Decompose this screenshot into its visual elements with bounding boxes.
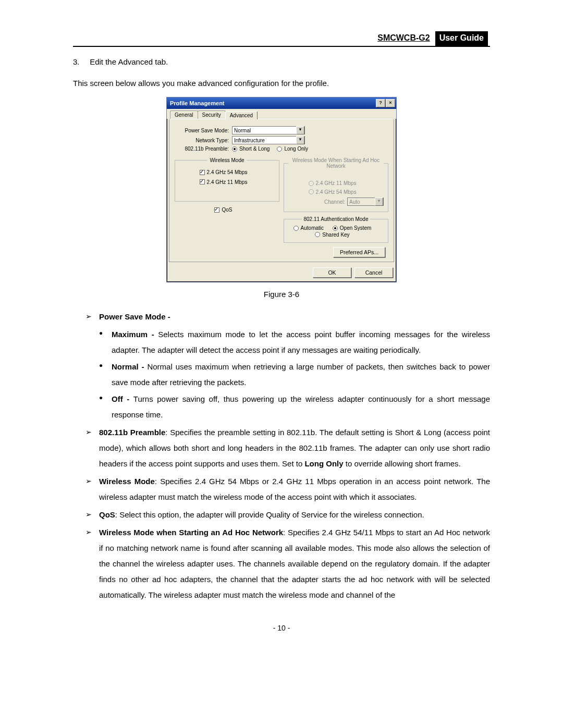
dialog-title: Profile Management bbox=[170, 100, 225, 106]
auth-automatic-radio[interactable]: Automatic bbox=[293, 225, 324, 231]
tab-advanced[interactable]: Advanced bbox=[225, 111, 258, 119]
arrow-icon: ➢ bbox=[85, 309, 99, 325]
checkbox-icon bbox=[214, 207, 219, 213]
radio-icon bbox=[293, 226, 299, 231]
network-type-combo[interactable]: Infrastructure ▼ bbox=[232, 136, 305, 144]
preamble-long-only-radio[interactable]: Long Only bbox=[277, 146, 308, 152]
radio-icon bbox=[309, 189, 314, 194]
auth-legend: 802.11 Authentication Mode bbox=[302, 216, 371, 222]
wireless-mode-bullet: Wireless Mode: Specifies 2.4 GHz 54 Mbps… bbox=[99, 474, 490, 505]
network-type-label: Network Type: bbox=[175, 138, 232, 143]
dialog-titlebar: Profile Management ? × bbox=[167, 97, 396, 109]
tab-security[interactable]: Security bbox=[198, 110, 226, 119]
cancel-button[interactable]: Cancel bbox=[354, 267, 393, 278]
psm-value: Normal bbox=[234, 128, 251, 133]
channel-value: Auto bbox=[349, 199, 360, 205]
step-number: 3. bbox=[73, 57, 88, 66]
chevron-down-icon[interactable]: ▼ bbox=[296, 126, 304, 134]
ok-button[interactable]: OK bbox=[313, 267, 351, 278]
channel-combo: Auto ▼ bbox=[347, 198, 384, 206]
chevron-down-icon: ▼ bbox=[375, 198, 383, 206]
chevron-down-icon[interactable]: ▼ bbox=[296, 136, 304, 144]
figure-3-6: Profile Management ? × General Security … bbox=[73, 97, 490, 282]
adhoc-bullet: Wireless Mode when Starting an Ad Hoc Ne… bbox=[99, 525, 490, 603]
figure-caption: Figure 3-6 bbox=[73, 290, 490, 299]
psm-label: Power Save Mode: bbox=[175, 128, 232, 133]
arrow-icon: ➢ bbox=[85, 425, 99, 472]
adhoc-54-radio: 2.4 GHz 54 Mbps bbox=[309, 189, 357, 195]
arrow-icon: ➢ bbox=[85, 474, 99, 505]
psm-heading: Power Save Mode - bbox=[99, 309, 490, 325]
bullet-icon: ● bbox=[99, 327, 112, 358]
preamble-bullet: 802.11b Preamble: Specifies the preamble… bbox=[99, 425, 490, 472]
preferred-aps-button[interactable]: Preferred APs... bbox=[333, 247, 385, 257]
bullet-icon: ● bbox=[99, 391, 112, 423]
close-button[interactable]: × bbox=[386, 99, 395, 107]
arrow-icon: ➢ bbox=[85, 525, 99, 603]
tab-body-advanced: Power Save Mode: Normal ▼ Network Type: … bbox=[169, 119, 394, 262]
adhoc-wireless-mode-group: Wireless Mode When Starting Ad Hoc Netwo… bbox=[284, 157, 388, 212]
radio-icon bbox=[309, 181, 314, 186]
checkbox-icon bbox=[200, 179, 205, 184]
channel-label: Channel: bbox=[324, 199, 345, 205]
auth-shared-radio[interactable]: Shared Key bbox=[315, 232, 349, 238]
help-button[interactable]: ? bbox=[376, 99, 385, 107]
step-line: 3. Edit the Advanced tab. bbox=[73, 57, 490, 66]
profile-management-dialog: Profile Management ? × General Security … bbox=[166, 97, 397, 282]
intro-text: This screen below allows you make advanc… bbox=[73, 79, 490, 88]
adhoc-11-radio: 2.4 GHz 11 Mbps bbox=[309, 180, 357, 186]
auth-open-radio[interactable]: Open System bbox=[333, 225, 372, 231]
psm-normal: Normal - Normal uses maximum when retrie… bbox=[112, 359, 490, 390]
psm-off: Off - Turns power saving off, thus power… bbox=[112, 391, 490, 423]
radio-icon bbox=[333, 226, 338, 231]
wireless-mode-group: Wireless Mode 2.4 GHz 54 Mbps bbox=[175, 157, 279, 202]
qos-checkbox[interactable]: QoS bbox=[214, 207, 232, 213]
dialog-footer: OK Cancel bbox=[167, 264, 396, 282]
radio-icon bbox=[232, 146, 237, 152]
bullet-icon: ● bbox=[99, 359, 112, 390]
wireless-mode-legend: Wireless Mode bbox=[207, 157, 246, 163]
preamble-short-long-radio[interactable]: Short & Long bbox=[232, 146, 270, 152]
header-model: SMCWCB-G2 bbox=[374, 31, 433, 46]
adhoc-legend: Wireless Mode When Starting Ad Hoc Netwo… bbox=[288, 157, 384, 169]
wm-11-checkbox[interactable]: 2.4 GHz 11 Mbps bbox=[200, 179, 248, 185]
step-text: Edit the Advanced tab. bbox=[90, 57, 168, 66]
page-header: SMCWCB-G2 User Guide bbox=[73, 31, 490, 47]
arrow-icon: ➢ bbox=[85, 507, 99, 523]
radio-icon bbox=[277, 146, 282, 152]
header-guide-badge: User Guide bbox=[435, 31, 488, 46]
qos-bullet: QoS: Select this option, the adapter wil… bbox=[99, 507, 490, 523]
tab-general[interactable]: General bbox=[170, 110, 198, 119]
preamble-label: 802.11b Preamble: bbox=[175, 146, 232, 152]
psm-maximum: Maximum - Selects maximum mode to let th… bbox=[112, 327, 490, 358]
checkbox-icon bbox=[200, 170, 205, 175]
tab-row: General Security Advanced bbox=[167, 109, 396, 119]
psm-combo[interactable]: Normal ▼ bbox=[232, 126, 305, 134]
page-number: - 10 - bbox=[73, 624, 490, 632]
auth-mode-group: 802.11 Authentication Mode Automatic Ope… bbox=[284, 216, 388, 243]
network-type-value: Infrastructure bbox=[234, 138, 265, 143]
wm-54-checkbox[interactable]: 2.4 GHz 54 Mbps bbox=[200, 169, 248, 175]
radio-icon bbox=[315, 232, 320, 237]
